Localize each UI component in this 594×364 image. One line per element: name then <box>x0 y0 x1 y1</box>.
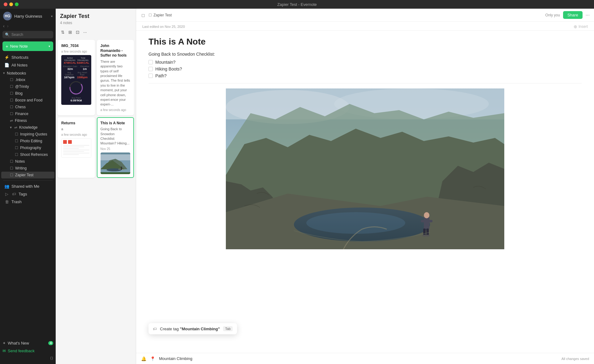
tag-name-text: "Mountain Climbing" <box>180 327 220 331</box>
sidebar-item-photography[interactable]: ☐ Photography <box>1 144 54 151</box>
notebook-icon: ☐ <box>10 84 13 89</box>
nb-chess-label: Chess <box>15 105 26 109</box>
sidebar-item-trinity[interactable]: ☐ @Trinity <box>1 83 54 90</box>
whats-new-badge: 4 <box>48 341 53 345</box>
more-options-button[interactable]: ··· <box>82 29 88 36</box>
notes-list: IMG_7034 a few seconds ago Active Kiloca… <box>56 38 136 364</box>
sidebar-item-shared[interactable]: 👥 Shared with Me <box>1 182 54 190</box>
fullscreen-button[interactable] <box>15 2 19 6</box>
sidebar-item-blog[interactable]: ☐ Blog <box>1 90 54 97</box>
search-icon: 🔍 <box>5 32 10 37</box>
nb-notes-label: Notes <box>15 159 25 164</box>
note-title-text: John Romaniello - Suffer no fools <box>101 44 131 58</box>
nb-booze-label: Booze and Food <box>15 98 42 102</box>
editor-content[interactable]: This is A Note Going Back to Snowdon Che… <box>136 31 594 353</box>
feedback-icon: ✉ <box>2 349 6 353</box>
whats-new-button[interactable]: ✦ What's New 4 <box>0 339 56 347</box>
svg-rect-23 <box>423 229 426 235</box>
nb-finance-label: Finance <box>15 112 28 116</box>
traffic-lights <box>4 2 19 6</box>
all-notes-label: All Notes <box>11 63 28 67</box>
user-name: Harry Guinness <box>14 14 49 19</box>
notebook-icon: ☐ <box>10 173 13 177</box>
only-you-label: Only you <box>545 13 560 17</box>
sidebar-item-inspiring-quotes[interactable]: ☐ Inspiring Quotes <box>1 131 54 138</box>
checkbox-path[interactable] <box>148 74 153 78</box>
tag-create-icon: 🏷 <box>153 327 157 331</box>
sidebar-item-shortcuts[interactable]: ⚡ Shortcuts <box>1 54 54 61</box>
toolbar-right: Only you Share ··· <box>545 11 590 19</box>
nav-back-icon[interactable]: ‹ <box>3 24 5 28</box>
user-profile[interactable]: HG Harry Guinness ▾ <box>0 9 56 23</box>
bell-icon[interactable]: 🔔 <box>141 356 146 361</box>
collapse-sidebar-button[interactable]: ⟨⟩ <box>0 355 56 362</box>
nav-forward-icon[interactable]: › <box>7 24 9 28</box>
sidebar-item-inbox[interactable]: ☐ .Inbox <box>1 76 54 83</box>
notebook-icon: ☐ <box>10 98 13 102</box>
editor-panel: ◻ ☐ Zapier Test Only you Share ··· Last … <box>136 9 594 364</box>
note-card-returns[interactable]: Returns a a few seconds ago <box>58 117 95 178</box>
share-button[interactable]: Share <box>563 11 583 19</box>
tag-input-field[interactable] <box>159 355 558 362</box>
sidebar-item-trash[interactable]: 🗑 Trash <box>1 198 54 206</box>
notebook-icon: ☐ <box>10 159 13 164</box>
notebooks-section[interactable]: ▾ Notebooks <box>0 69 56 76</box>
nb-inspiring-label: Inspiring Quotes <box>20 132 47 136</box>
notebook-icon: ☐ <box>15 152 18 157</box>
checklist-label: Going Back to Snowdon Checklist: <box>148 52 582 57</box>
sidebar-item-booze[interactable]: ☐ Booze and Food <box>1 97 54 104</box>
tag-suggestion-popup[interactable]: 🏷 Create tag "Mountain Climbing" Tab <box>148 323 237 334</box>
nb-inbox-label: .Inbox <box>15 78 25 82</box>
sidebar-item-shoot-refs[interactable]: ☐ Shoot Refrences <box>1 151 54 158</box>
search-bar[interactable]: 🔍 Search <box>2 31 53 38</box>
minimize-button[interactable] <box>9 2 13 6</box>
new-note-button[interactable]: + New Note ▾ <box>2 41 53 51</box>
shortcuts-icon: ⚡ <box>4 55 9 60</box>
sidebar-item-fitness[interactable]: ⇌ Fitness <box>1 117 54 124</box>
checklist-item-path: Path? <box>148 73 582 78</box>
note-card-romaniello[interactable]: John Romaniello - Suffer no fools There … <box>97 40 134 115</box>
checkbox-mountain[interactable] <box>148 60 153 64</box>
sidebar-item-zapier-test[interactable]: ☐ Zapier Test <box>1 172 54 178</box>
note-card-img7034[interactable]: IMG_7034 a few seconds ago Active Kiloca… <box>58 40 95 115</box>
checklist-item-mountain: Mountain? <box>148 60 582 65</box>
new-note-chevron-icon: ▾ <box>49 45 50 48</box>
note-date: Nov 25 <box>101 147 131 151</box>
sidebar-item-tags[interactable]: ▷ 🏷 Tags <box>1 190 54 198</box>
history-icon[interactable]: ◻ <box>140 12 146 19</box>
sidebar-item-photo-editing[interactable]: ☐ Photo Editing <box>1 138 54 144</box>
more-button[interactable]: ··· <box>586 12 590 18</box>
sidebar-item-all-notes[interactable]: 📄 All Notes <box>1 61 54 69</box>
nb-fitness-label: Fitness <box>15 118 27 123</box>
tags-icon: 🏷 <box>11 192 16 196</box>
checklist-text-mountain: Mountain? <box>155 60 175 65</box>
note-date: a few seconds ago <box>101 108 131 112</box>
sidebar-item-writing[interactable]: ☐ Writing <box>1 165 54 172</box>
note-card-this-is-a-note[interactable]: This is A Note Going Back to Snowdon Che… <box>97 117 134 178</box>
nb-writing-label: Writing <box>15 166 27 170</box>
sort-button[interactable]: ⇅ <box>60 29 66 36</box>
notes-toolbar: ⇅ ⊞ ⊡ ··· <box>56 28 136 38</box>
notebook-breadcrumb-icon: ☐ <box>148 13 152 17</box>
location-icon[interactable]: 📍 <box>150 356 155 361</box>
checklist-text-path: Path? <box>155 73 167 78</box>
sidebar-item-finance[interactable]: ☐ Finance <box>1 110 54 117</box>
note-excerpt: There are apparently two types of self p… <box>101 59 131 107</box>
note-thumbnail <box>101 152 131 174</box>
grid-view-button[interactable]: ⊡ <box>75 29 80 36</box>
filter-button[interactable]: ⊞ <box>67 29 73 36</box>
note-main-title: This is A Note <box>148 37 582 47</box>
note-date: a few seconds ago <box>61 133 91 136</box>
fitness-card: Active Kilocalories 474KCAL Total Kiloca… <box>61 55 91 105</box>
close-button[interactable] <box>4 2 7 6</box>
insert-button[interactable]: ⊕ Insert <box>574 24 588 29</box>
send-feedback-button[interactable]: ✉ Send feedback <box>0 347 56 355</box>
sidebar-item-knowledge[interactable]: ▾ ⇌ Knowledge <box>1 124 54 131</box>
note-excerpt: a <box>61 127 91 131</box>
svg-rect-22 <box>421 220 433 222</box>
notebook-breadcrumb[interactable]: ☐ Zapier Test <box>148 13 172 17</box>
sidebar-item-notes[interactable]: ☐ Notes <box>1 158 54 165</box>
checkbox-boots[interactable] <box>148 67 153 71</box>
sidebar-item-chess[interactable]: ☐ Chess <box>1 104 54 110</box>
note-date: a few seconds ago <box>61 50 91 53</box>
